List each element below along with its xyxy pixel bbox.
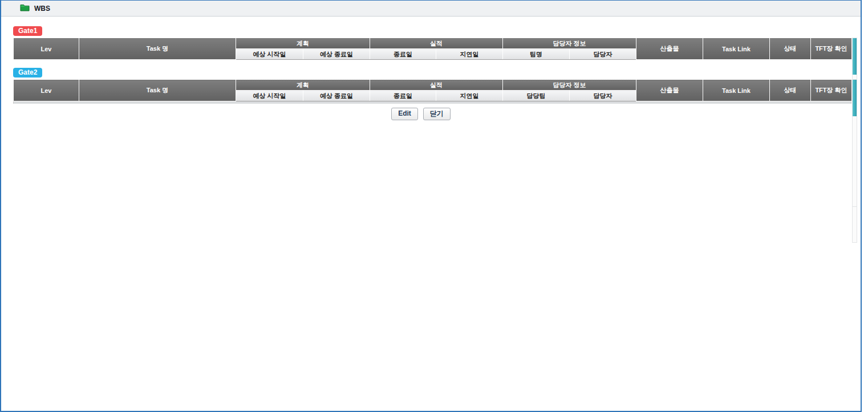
scrollbar-thumb[interactable] bbox=[853, 38, 857, 75]
footer-buttons: Edit 닫기 bbox=[13, 104, 851, 120]
main-content: Gate1 LevTask 명계획실적담당자 정보산출물Task Link상태T… bbox=[1, 17, 861, 120]
col-header-plan-start: 예상 시작일 bbox=[236, 49, 303, 60]
col-header-team: 팀명 bbox=[503, 49, 570, 60]
wbs-window: WBS Gate1 LevTask 명계획실적담당자 정보산출물Task Lin… bbox=[0, 0, 862, 412]
col-header-delay: 지연일 bbox=[436, 91, 503, 101]
col-group-actual: 실적 bbox=[370, 80, 503, 91]
clipped-row bbox=[13, 101, 851, 104]
col-header-tft-confirm: TFT장 확인 bbox=[811, 38, 852, 60]
gate1-badge: Gate1 bbox=[13, 26, 42, 36]
col-header-status: 상태 bbox=[770, 38, 811, 60]
col-group-owner-info: 담당자 정보 bbox=[503, 80, 636, 91]
col-header-plan-start: 예상 시작일 bbox=[236, 91, 303, 101]
col-group-owner-info: 담당자 정보 bbox=[503, 38, 636, 49]
title-bar: WBS bbox=[1, 1, 861, 17]
col-group-plan: 계획 bbox=[236, 38, 370, 49]
col-header-team: 담당팀 bbox=[503, 91, 570, 101]
col-header-actual-end: 종료일 bbox=[370, 91, 436, 101]
gate2-badge: Gate2 bbox=[13, 68, 42, 77]
col-header-task: Task 명 bbox=[79, 80, 236, 101]
gate1-table-wrap: LevTask 명계획실적담당자 정보산출물Task Link상태TFT장 확인… bbox=[13, 38, 858, 60]
col-header-lev: Lev bbox=[14, 38, 79, 60]
col-header-output: 산출물 bbox=[636, 38, 703, 60]
gate2-section: Gate2 LevTask 명계획실적담당자 정보산출물Task Link상태T… bbox=[13, 67, 861, 104]
page-title: WBS bbox=[34, 5, 50, 13]
gate1-section: Gate1 LevTask 명계획실적담당자 정보산출물Task Link상태T… bbox=[13, 25, 861, 60]
close-button[interactable]: 닫기 bbox=[423, 108, 451, 120]
col-header-actual-end: 종료일 bbox=[370, 49, 436, 60]
edit-button[interactable]: Edit bbox=[391, 108, 418, 120]
col-group-actual: 실적 bbox=[370, 38, 503, 49]
gate1-table: LevTask 명계획실적담당자 정보산출물Task Link상태TFT장 확인… bbox=[13, 38, 852, 60]
col-header-task-link: Task Link bbox=[703, 80, 770, 101]
col-header-plan-end: 예상 종료일 bbox=[303, 49, 370, 60]
col-header-task: Task 명 bbox=[79, 38, 236, 60]
col-header-tft-confirm: TFT장 확인 bbox=[811, 80, 852, 101]
col-group-plan: 계획 bbox=[236, 80, 370, 91]
col-header-task-link: Task Link bbox=[703, 38, 770, 60]
vertical-scrollbar[interactable] bbox=[852, 79, 857, 207]
gate2-table: LevTask 명계획실적담당자 정보산출물Task Link상태TFT장 확인… bbox=[13, 79, 852, 101]
col-header-owner: 담당자 bbox=[570, 91, 636, 101]
gate2-table-wrap: LevTask 명계획실적담당자 정보산출물Task Link상태TFT장 확인… bbox=[13, 79, 858, 104]
col-header-owner: 담당자 bbox=[570, 49, 636, 60]
scrollbar-thumb[interactable] bbox=[853, 80, 857, 116]
green-folder-icon bbox=[20, 3, 30, 14]
col-header-output: 산출물 bbox=[636, 80, 703, 101]
col-header-status: 상태 bbox=[770, 80, 811, 101]
col-header-delay: 지연일 bbox=[436, 49, 503, 60]
col-header-lev: Lev bbox=[14, 80, 79, 101]
col-header-plan-end: 예상 종료일 bbox=[303, 91, 370, 101]
